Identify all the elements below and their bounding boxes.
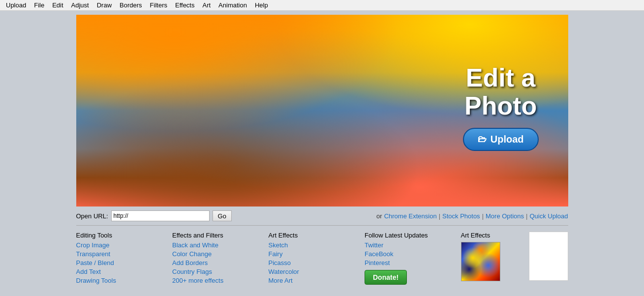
- add-borders-link[interactable]: Add Borders: [172, 259, 269, 266]
- upload-button[interactable]: 🗁 Upload: [463, 128, 539, 151]
- hero-text: Edit a Photo 🗁 Upload: [463, 64, 539, 151]
- url-label: Open URL:: [76, 212, 108, 220]
- color-change-link[interactable]: Color Change: [172, 250, 269, 258]
- art-effects-header: Art Effects: [269, 232, 365, 239]
- folder-icon: 🗁: [478, 134, 487, 145]
- menu-item-edit[interactable]: Edit: [48, 0, 67, 10]
- crop-image-link[interactable]: Crop Image: [76, 241, 173, 249]
- menu-item-effects[interactable]: Effects: [171, 0, 199, 10]
- footer-col-social: Follow Latest Updates Twitter FaceBook P…: [365, 232, 461, 285]
- menu-item-art[interactable]: Art: [198, 0, 215, 10]
- separator-2: |: [482, 212, 484, 220]
- footer: Editing Tools Crop Image Transparent Pas…: [76, 226, 568, 291]
- more-effects-link[interactable]: 200+ more effects: [172, 277, 269, 284]
- twitter-link[interactable]: Twitter: [365, 241, 461, 249]
- white-box: [529, 232, 568, 281]
- effects-filters-header: Effects and Filters: [172, 232, 269, 239]
- quick-upload-link[interactable]: Quick Upload: [529, 212, 568, 220]
- pinterest-link[interactable]: Pinterest: [365, 259, 461, 266]
- url-bar: Open URL: Go or Chrome Extension | Stock…: [76, 207, 568, 226]
- donate-button[interactable]: Donate!: [365, 270, 407, 285]
- fairy-link[interactable]: Fairy: [269, 250, 365, 258]
- menu-bar: Upload File Edit Adjust Draw Borders Fil…: [0, 0, 644, 11]
- follow-updates-header: Follow Latest Updates: [365, 232, 461, 239]
- url-input[interactable]: [111, 210, 210, 221]
- url-links: or Chrome Extension | Stock Photos | Mor…: [376, 212, 568, 220]
- hero-container: Edit a Photo 🗁 Upload: [76, 15, 568, 207]
- footer-col-art-effects-thumb: Art Effects: [461, 232, 525, 285]
- more-art-link[interactable]: More Art: [269, 277, 365, 284]
- or-text: or: [376, 212, 382, 220]
- menu-item-adjust[interactable]: Adjust: [67, 0, 93, 10]
- drawing-tools-link[interactable]: Drawing Tools: [76, 277, 173, 284]
- menu-item-filters[interactable]: Filters: [146, 0, 171, 10]
- separator-3: |: [526, 212, 527, 220]
- main-wrapper: Edit a Photo 🗁 Upload Open URL: Go or Ch…: [0, 11, 644, 291]
- stock-photos-link[interactable]: Stock Photos: [442, 212, 480, 220]
- watercolor-link[interactable]: Watercolor: [269, 268, 365, 275]
- facebook-link[interactable]: FaceBook: [365, 250, 461, 258]
- menu-item-draw[interactable]: Draw: [93, 0, 116, 10]
- go-button[interactable]: Go: [213, 210, 232, 221]
- menu-item-help[interactable]: Help: [251, 0, 272, 10]
- hero-title: Edit a Photo: [463, 64, 539, 120]
- chrome-extension-link[interactable]: Chrome Extension: [384, 212, 437, 220]
- add-text-link[interactable]: Add Text: [76, 268, 173, 275]
- menu-item-animation[interactable]: Animation: [215, 0, 251, 10]
- paste-blend-link[interactable]: Paste / Blend: [76, 259, 173, 266]
- separator-1: |: [439, 212, 440, 220]
- transparent-link[interactable]: Transparent: [76, 250, 173, 258]
- black-white-link[interactable]: Black and White: [172, 241, 269, 249]
- art-effects-thumb-header: Art Effects: [461, 232, 525, 239]
- menu-item-file[interactable]: File: [30, 0, 48, 10]
- sketch-link[interactable]: Sketch: [269, 241, 365, 249]
- footer-col-effects: Effects and Filters Black and White Colo…: [172, 232, 269, 285]
- menu-item-borders[interactable]: Borders: [116, 0, 146, 10]
- footer-col-editing: Editing Tools Crop Image Transparent Pas…: [76, 232, 173, 285]
- more-options-link[interactable]: More Options: [486, 212, 524, 220]
- picasso-link[interactable]: Picasso: [269, 259, 365, 266]
- art-effects-thumbnail[interactable]: [461, 242, 500, 281]
- footer-col-art: Art Effects Sketch Fairy Picasso Waterco…: [269, 232, 365, 285]
- country-flags-link[interactable]: Country Flags: [172, 268, 269, 275]
- menu-item-upload[interactable]: Upload: [2, 0, 30, 10]
- editing-tools-header: Editing Tools: [76, 232, 173, 239]
